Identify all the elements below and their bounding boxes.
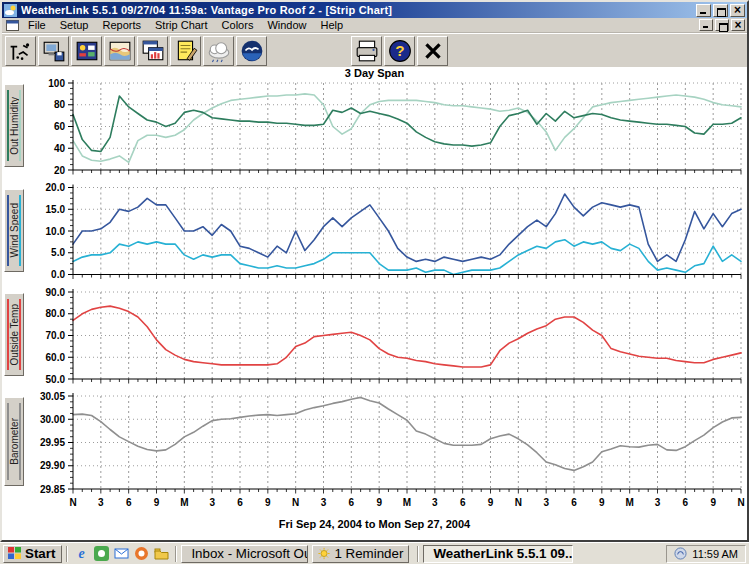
strip-chart-svg: 1008060402020.015.010.05.00.090.080.070.… (2, 67, 747, 515)
svg-text:9: 9 (376, 497, 382, 508)
menu-window[interactable]: Window (260, 19, 313, 31)
plot-icon (141, 39, 165, 63)
help-icon: ? (388, 39, 412, 63)
svg-text:6: 6 (571, 497, 577, 508)
minimize-button[interactable] (696, 4, 711, 17)
svg-text:N: N (292, 497, 299, 508)
task-button-reminder[interactable]: 1 Reminder (312, 545, 409, 563)
messenger-icon[interactable] (94, 546, 109, 561)
bulletin-button[interactable] (71, 36, 102, 66)
tray-status-icon (674, 547, 687, 560)
report-button[interactable] (170, 36, 201, 66)
close-window-button[interactable] (417, 36, 448, 66)
panel-label-barometer[interactable]: Barometer (4, 397, 24, 486)
plot-button[interactable] (137, 36, 168, 66)
weather-station-icon (9, 39, 33, 63)
toolbar: ? (2, 33, 747, 67)
svg-text:N: N (69, 497, 76, 508)
svg-text:M: M (625, 497, 633, 508)
help-button[interactable]: ? (384, 36, 415, 66)
menu-bar: FileSetupReportsStrip ChartColorsWindowH… (2, 18, 747, 33)
svg-text:6: 6 (349, 497, 355, 508)
close-icon (421, 39, 445, 63)
clock: 11:59 AM (692, 548, 738, 560)
mdi-close-button[interactable] (731, 19, 745, 31)
panel-label-outside-temp[interactable]: Outside Temp (4, 293, 24, 376)
taskbar-divider (175, 546, 177, 562)
panel-label-text: Barometer (9, 418, 20, 465)
panel-label-text: Out Humidity (9, 97, 20, 155)
svg-text:30.05: 30.05 (40, 391, 65, 402)
svg-text:29.85: 29.85 (40, 484, 65, 495)
document-icon (6, 20, 19, 31)
svg-text:3: 3 (209, 497, 215, 508)
download-icon (42, 39, 66, 63)
report-icon (174, 39, 198, 63)
print-button[interactable] (351, 36, 382, 66)
svg-text:e: e (79, 546, 85, 561)
svg-text:M: M (403, 497, 411, 508)
download-button[interactable] (38, 36, 69, 66)
window-title: WeatherLink 5.5.1 09/27/04 11:59a: Vanta… (21, 4, 694, 16)
panel-label-text: Outside Temp (9, 304, 20, 366)
menu-items: FileSetupReportsStrip ChartColorsWindowH… (21, 19, 350, 31)
svg-text:70.0: 70.0 (46, 330, 66, 341)
bulletin-icon (75, 39, 99, 63)
mdi-restore-button[interactable] (715, 19, 729, 31)
noaa-button[interactable] (236, 36, 267, 66)
app-icon (4, 4, 17, 17)
svg-text:60.0: 60.0 (46, 352, 66, 363)
taskbar-divider (417, 546, 419, 562)
svg-text:6: 6 (460, 497, 466, 508)
menu-help[interactable]: Help (314, 19, 351, 31)
svg-text:9: 9 (154, 497, 160, 508)
restore-button[interactable] (713, 4, 728, 17)
task-label: 1 Reminder (334, 546, 403, 561)
strip-chart-icon (108, 39, 132, 63)
noaa-icon (240, 39, 264, 63)
menu-setup[interactable]: Setup (53, 19, 96, 31)
svg-text:6: 6 (126, 497, 132, 508)
svg-text:29.90: 29.90 (40, 460, 65, 471)
weather-station-button[interactable] (5, 36, 36, 66)
chart-area: 3 Day Span 1008060402020.015.010.05.00.0… (2, 67, 747, 540)
reminder-icon (318, 547, 330, 560)
svg-text:60: 60 (54, 121, 66, 132)
svg-text:15.0: 15.0 (46, 204, 66, 215)
quick-launch: e (74, 546, 169, 561)
task-button-outlook[interactable]: Inbox - Microsoft Outlook (181, 545, 308, 563)
taskbar: Start e Inbox - Microsoft Outlook 1 Remi… (0, 542, 749, 564)
svg-text:30.00: 30.00 (40, 414, 65, 425)
internet-explorer-icon[interactable]: e (74, 546, 89, 561)
menu-strip-chart[interactable]: Strip Chart (148, 19, 215, 31)
svg-text:0.0: 0.0 (51, 269, 65, 280)
printer-icon (355, 39, 379, 63)
svg-text:3: 3 (655, 497, 661, 508)
menu-colors[interactable]: Colors (215, 19, 261, 31)
mdi-minimize-button[interactable] (699, 19, 713, 31)
svg-text:100: 100 (48, 78, 65, 89)
folder-icon[interactable] (154, 546, 169, 561)
panel-label-out-humidity[interactable]: Out Humidity (4, 84, 24, 167)
svg-text:90.0: 90.0 (46, 287, 66, 298)
svg-text:3: 3 (432, 497, 438, 508)
svg-text:6: 6 (237, 497, 243, 508)
menu-reports[interactable]: Reports (95, 19, 148, 31)
svg-text:6: 6 (683, 497, 689, 508)
title-bar: WeatherLink 5.5.1 09/27/04 11:59a: Vanta… (2, 2, 747, 18)
menu-file[interactable]: File (21, 19, 53, 31)
task-label: Inbox - Microsoft Outlook (191, 546, 308, 561)
media-player-icon[interactable] (134, 546, 149, 561)
forecast-button[interactable] (203, 36, 234, 66)
start-button[interactable]: Start (3, 545, 62, 563)
system-tray[interactable]: 11:59 AM (666, 545, 746, 563)
svg-text:3: 3 (98, 497, 104, 508)
svg-text:3: 3 (543, 497, 549, 508)
close-button[interactable] (730, 4, 745, 17)
outlook-icon[interactable] (114, 546, 129, 561)
strip-chart-button[interactable] (104, 36, 135, 66)
start-label: Start (25, 546, 55, 561)
task-button-weatherlink[interactable]: WeatherLink 5.5.1 09... (423, 545, 573, 563)
windows-logo-icon (8, 547, 22, 560)
panel-label-wind-speed[interactable]: Wind Speed (4, 189, 24, 272)
